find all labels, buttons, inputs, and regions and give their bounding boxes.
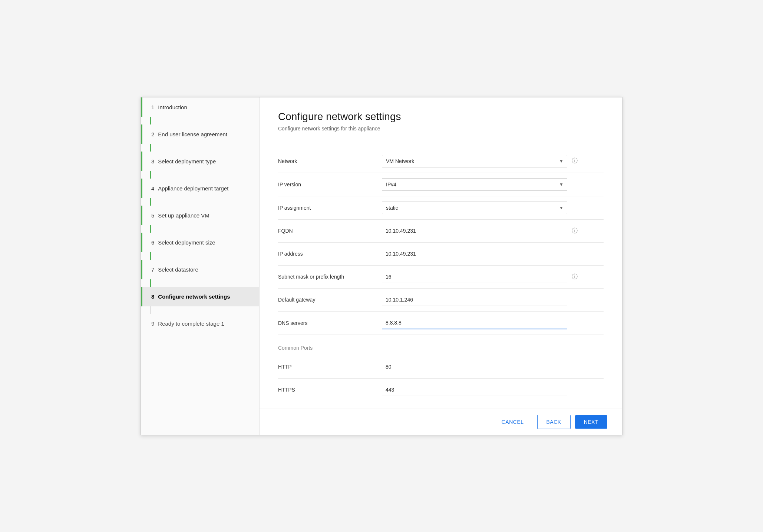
connector-line-6 [150, 252, 151, 260]
subnet-label: Subnet mask or prefix length [278, 274, 382, 280]
dns-input[interactable] [382, 317, 567, 329]
fqdn-input[interactable] [382, 225, 567, 237]
page-title: Configure network settings [278, 111, 604, 123]
ip-address-input[interactable] [382, 248, 567, 260]
gateway-label: Default gateway [278, 297, 382, 303]
ip-assignment-field: static ▼ [382, 202, 604, 214]
sidebar-label-2: End user license agreement [158, 131, 227, 137]
network-row: Network VM Network ▼ ⓘ [278, 150, 604, 173]
ip-version-select[interactable]: IPv4 [382, 178, 567, 191]
sidebar-item-setup-vm[interactable]: 5 Set up appliance VM [141, 206, 259, 225]
ip-version-label: IP version [278, 182, 382, 187]
gateway-input[interactable] [382, 294, 567, 306]
http-input[interactable] [382, 361, 567, 373]
cancel-button[interactable]: CANCEL [493, 415, 533, 429]
http-row: HTTP [278, 356, 604, 379]
subnet-input[interactable] [382, 271, 567, 283]
next-button[interactable]: NEXT [575, 415, 607, 429]
common-ports-label: Common Ports [278, 339, 313, 354]
step-num-9: 9 [151, 320, 154, 327]
fqdn-info-icon[interactable]: ⓘ [572, 227, 578, 235]
ip-assignment-select[interactable]: static [382, 202, 567, 214]
sidebar-item-introduction[interactable]: 1 Introduction [141, 97, 259, 117]
step-num-6: 6 [151, 239, 154, 246]
gateway-row: Default gateway [278, 289, 604, 312]
network-select-wrapper: VM Network ▼ [382, 155, 567, 167]
step-num-1: 1 [151, 104, 154, 110]
sidebar-label-7: Select datastore [158, 266, 198, 273]
sidebar-item-deployment-target[interactable]: 4 Appliance deployment target [141, 179, 259, 198]
connector-line-8 [150, 306, 151, 314]
sidebar-item-eula[interactable]: 2 End user license agreement [141, 124, 259, 144]
subnet-info-icon[interactable]: ⓘ [572, 273, 578, 281]
ip-address-field [382, 248, 604, 260]
https-input[interactable] [382, 384, 567, 396]
subnet-field: ⓘ [382, 271, 604, 283]
sidebar: 1 Introduction 2 End user license agreem… [141, 97, 260, 435]
http-field [382, 361, 604, 373]
sidebar-item-network-settings[interactable]: 8 Configure network settings [141, 287, 259, 306]
section-divider [278, 139, 604, 139]
step-num-5: 5 [151, 212, 154, 219]
network-label: Network [278, 158, 382, 164]
ip-assignment-row: IP assignment static ▼ [278, 196, 604, 220]
sidebar-label-6: Select deployment size [158, 239, 215, 246]
http-label: HTTP [278, 364, 382, 370]
ip-address-label: IP address [278, 251, 382, 257]
fqdn-row: FQDN ⓘ [278, 220, 604, 243]
connector-line-1 [150, 117, 151, 124]
fqdn-label: FQDN [278, 228, 382, 234]
sidebar-item-ready[interactable]: 9 Ready to complete stage 1 [141, 314, 259, 333]
gateway-field [382, 294, 604, 306]
https-label: HTTPS [278, 387, 382, 393]
step-num-7: 7 [151, 266, 154, 273]
subnet-row: Subnet mask or prefix length ⓘ [278, 266, 604, 289]
dns-field [382, 317, 604, 329]
page-subtitle: Configure network settings for this appl… [278, 126, 604, 132]
connector-line-4 [150, 198, 151, 206]
step-num-4: 4 [151, 185, 154, 192]
network-field: VM Network ▼ ⓘ [382, 155, 604, 167]
step-num-8: 8 [151, 293, 154, 300]
connector-line-2 [150, 144, 151, 152]
sidebar-label-4: Appliance deployment target [158, 185, 228, 192]
connector-line-5 [150, 225, 151, 233]
footer: CANCEL BACK NEXT [260, 409, 622, 435]
content-body: Configure network settings Configure net… [260, 97, 622, 409]
ip-assignment-select-wrapper: static ▼ [382, 202, 567, 214]
ip-assignment-label: IP assignment [278, 205, 382, 211]
ip-address-row: IP address [278, 243, 604, 266]
network-info-icon[interactable]: ⓘ [572, 157, 578, 165]
step-num-3: 3 [151, 158, 154, 164]
https-row: HTTPS [278, 379, 604, 401]
sidebar-label-3: Select deployment type [158, 158, 216, 164]
main-content: Configure network settings Configure net… [260, 97, 622, 435]
https-field [382, 384, 604, 396]
sidebar-item-deployment-type[interactable]: 3 Select deployment type [141, 152, 259, 171]
ip-version-row: IP version IPv4 ▼ [278, 173, 604, 196]
sidebar-label-9: Ready to complete stage 1 [158, 320, 224, 327]
sidebar-label-5: Set up appliance VM [158, 212, 209, 219]
wizard-container: 1 Introduction 2 End user license agreem… [141, 97, 622, 435]
fqdn-field: ⓘ [382, 225, 604, 237]
ip-version-field: IPv4 ▼ [382, 178, 604, 191]
back-button[interactable]: BACK [537, 415, 571, 429]
network-select[interactable]: VM Network [382, 155, 567, 167]
step-num-2: 2 [151, 131, 154, 137]
dns-row: DNS servers [278, 312, 604, 335]
sidebar-item-deployment-size[interactable]: 6 Select deployment size [141, 233, 259, 252]
common-ports-header-row: Common Ports [278, 335, 604, 356]
connector-line-7 [150, 279, 151, 287]
ip-version-select-wrapper: IPv4 ▼ [382, 178, 567, 191]
sidebar-item-datastore[interactable]: 7 Select datastore [141, 260, 259, 279]
connector-line-3 [150, 171, 151, 179]
sidebar-label-1: Introduction [158, 104, 187, 110]
sidebar-label-8: Configure network settings [158, 293, 230, 300]
common-ports-header: Common Ports [278, 345, 382, 351]
dns-label: DNS servers [278, 320, 382, 326]
